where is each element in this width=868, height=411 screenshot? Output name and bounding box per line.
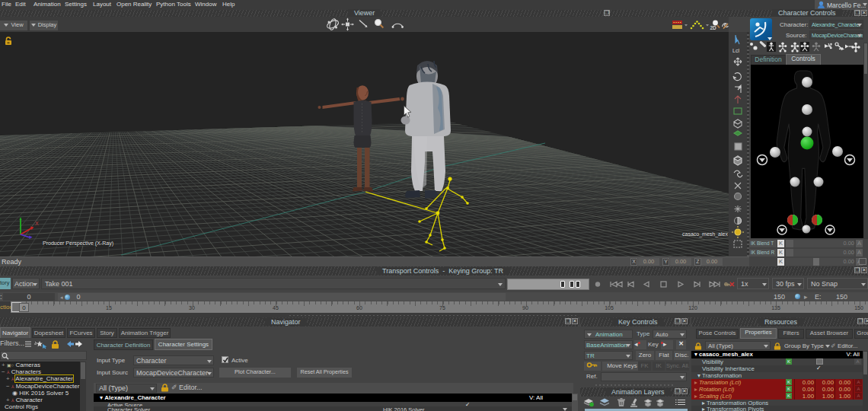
svg-text:Lcl: Lcl bbox=[732, 48, 739, 53]
svg-text:X: X bbox=[35, 221, 39, 226]
svg-text:2D: 2D bbox=[710, 25, 717, 30]
